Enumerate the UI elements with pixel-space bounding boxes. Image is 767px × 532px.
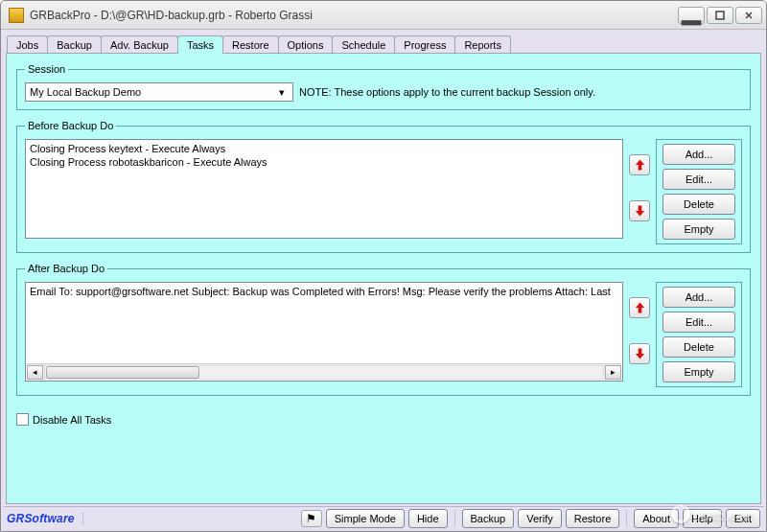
- list-item[interactable]: Email To: support@grsoftware.net Subject…: [30, 285, 618, 298]
- session-note: NOTE: These options apply to the current…: [299, 86, 595, 98]
- list-item[interactable]: Closing Process keytext - Execute Always: [30, 142, 618, 155]
- window-control-group: [678, 7, 762, 24]
- app-window: GRBackPro - D:\@GR\HD-backup.grb - Rober…: [0, 0, 767, 532]
- titlebar[interactable]: GRBackPro - D:\@GR\HD-backup.grb - Rober…: [1, 1, 766, 30]
- maximize-button[interactable]: [707, 7, 733, 24]
- session-select[interactable]: My Local Backup Demo ▾: [25, 82, 293, 102]
- empty-button[interactable]: Empty: [662, 361, 735, 382]
- before-task-list[interactable]: Closing Process keytext - Execute Always…: [25, 139, 623, 239]
- client-area: Jobs Backup Adv. Backup Tasks Restore Op…: [1, 30, 766, 531]
- before-backup-legend: Before Backup Do: [25, 120, 116, 131]
- horizontal-scrollbar[interactable]: ◂ ▸: [27, 363, 621, 380]
- scroll-right-button[interactable]: ▸: [605, 365, 621, 380]
- tab-progress[interactable]: Progress: [394, 35, 455, 54]
- before-backup-group: Before Backup Do Closing Process keytext…: [16, 120, 751, 253]
- help-button[interactable]: Help: [683, 509, 722, 528]
- minimize-button[interactable]: [678, 7, 705, 24]
- close-button[interactable]: [735, 7, 762, 24]
- empty-button[interactable]: Empty: [662, 219, 735, 240]
- tab-tasks[interactable]: Tasks: [177, 35, 223, 54]
- scrollbar-thumb[interactable]: [46, 366, 199, 379]
- edit-button[interactable]: Edit...: [662, 169, 735, 190]
- delete-button[interactable]: Delete: [662, 336, 735, 358]
- before-action-buttons: Add... Edit... Delete Empty: [656, 139, 742, 244]
- tab-page-tasks: Session My Local Backup Demo ▾ NOTE: The…: [6, 53, 761, 504]
- disable-all-label: Disable All Tasks: [33, 414, 111, 426]
- restore-button[interactable]: Restore: [566, 509, 620, 528]
- session-legend: Session: [25, 63, 68, 75]
- exit-button[interactable]: Exit: [726, 509, 760, 528]
- after-action-buttons: Add... Edit... Delete Empty: [656, 282, 742, 387]
- reorder-controls-after: [629, 282, 650, 364]
- reorder-controls-before: [629, 139, 650, 221]
- tabstrip: Jobs Backup Adv. Backup Tasks Restore Op…: [3, 32, 764, 53]
- edit-button[interactable]: Edit...: [662, 312, 735, 333]
- session-group: Session My Local Backup Demo ▾ NOTE: The…: [16, 63, 751, 110]
- session-selected-value: My Local Backup Demo: [30, 86, 141, 98]
- app-icon: [9, 8, 24, 23]
- hide-button[interactable]: Hide: [408, 509, 448, 528]
- window-title: GRBackPro - D:\@GR\HD-backup.grb - Rober…: [30, 9, 678, 22]
- move-down-button[interactable]: [629, 200, 650, 221]
- simple-mode-button[interactable]: Simple Mode: [326, 509, 405, 528]
- tab-jobs[interactable]: Jobs: [7, 35, 48, 54]
- tab-adv-backup[interactable]: Adv. Backup: [101, 35, 178, 54]
- tab-reports[interactable]: Reports: [454, 35, 511, 54]
- move-down-button[interactable]: [629, 343, 650, 364]
- tab-backup[interactable]: Backup: [47, 35, 102, 54]
- statusbar: GRSoftware ⚑ Simple Mode Hide Backup Ver…: [3, 506, 764, 529]
- chevron-down-icon: ▾: [275, 86, 289, 99]
- brand-label: GRSoftware: [7, 512, 83, 525]
- verify-button[interactable]: Verify: [518, 509, 562, 528]
- scrollbar-track[interactable]: [44, 365, 604, 380]
- svg-rect-1: [716, 12, 724, 19]
- after-backup-legend: After Backup Do: [25, 263, 107, 274]
- tab-schedule[interactable]: Schedule: [332, 35, 395, 54]
- tab-options[interactable]: Options: [278, 35, 334, 54]
- move-up-button[interactable]: [629, 154, 650, 175]
- tab-restore[interactable]: Restore: [222, 35, 279, 54]
- list-item[interactable]: Closing Process robotaskbaricon - Execut…: [30, 155, 618, 169]
- flag-icon[interactable]: ⚑: [301, 510, 322, 527]
- scroll-left-button[interactable]: ◂: [27, 365, 43, 380]
- about-button[interactable]: About: [634, 509, 679, 528]
- disable-all-row: Disable All Tasks: [16, 413, 751, 426]
- add-button[interactable]: Add...: [662, 144, 735, 165]
- after-task-list[interactable]: Email To: support@grsoftware.net Subject…: [25, 282, 623, 382]
- add-button[interactable]: Add...: [662, 287, 735, 308]
- after-backup-group: After Backup Do Email To: support@grsoft…: [16, 263, 751, 396]
- svg-rect-0: [682, 20, 702, 25]
- backup-button[interactable]: Backup: [462, 509, 515, 528]
- delete-button[interactable]: Delete: [662, 194, 735, 215]
- move-up-button[interactable]: [629, 297, 650, 318]
- disable-all-checkbox[interactable]: [16, 413, 29, 426]
